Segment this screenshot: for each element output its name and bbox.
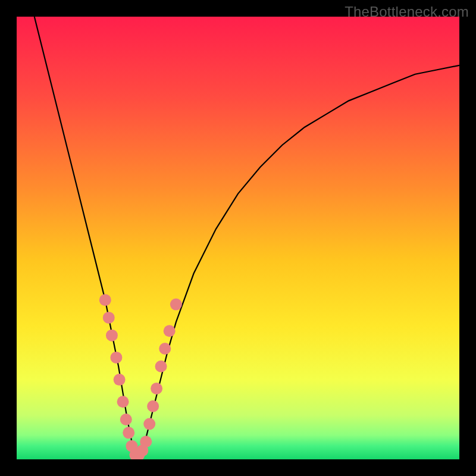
plot-area (17, 17, 459, 459)
curve-marker (99, 294, 111, 306)
curve-marker (155, 361, 167, 372)
watermark-text: TheBottleneck.com (345, 4, 469, 20)
curve-marker (151, 383, 162, 394)
bottleneck-curve (35, 17, 459, 455)
curve-marker (117, 396, 129, 408)
curve-marker (103, 312, 115, 324)
curve-marker (147, 400, 159, 412)
curve-markers (99, 294, 182, 459)
curve-marker (120, 414, 132, 425)
curve-marker (110, 352, 122, 364)
curve-marker (123, 427, 134, 439)
curve-marker (140, 436, 152, 447)
curve-marker (170, 299, 182, 311)
curve-marker (114, 374, 126, 386)
curve-marker (164, 325, 176, 337)
curve-marker (143, 418, 155, 430)
curve-marker (159, 343, 171, 355)
chart-frame: TheBottleneck.com (0, 0, 476, 476)
curve-marker (106, 330, 118, 342)
curve-layer (17, 17, 459, 459)
